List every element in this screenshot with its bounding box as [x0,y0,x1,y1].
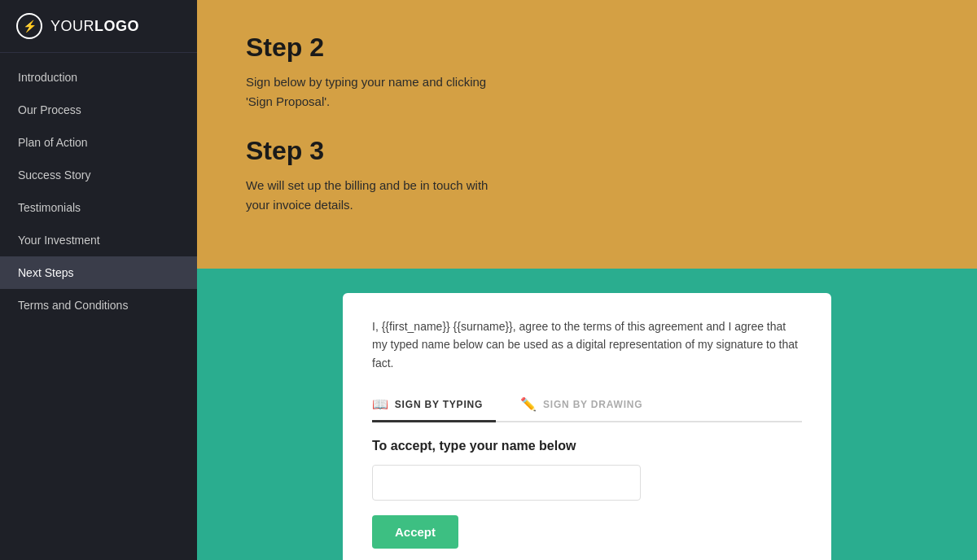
sidebar: ⚡ YOURLOGO IntroductionOur ProcessPlan o… [0,0,197,560]
step2-block: Step 2 Sign below by typing your name an… [246,33,928,112]
step3-block: Step 3 We will set up the billing and be… [246,136,928,215]
lightning-icon: ⚡ [23,20,37,33]
main-content: Step 2 Sign below by typing your name an… [197,0,977,560]
accept-label: To accept, type your name below [372,439,802,453]
sidebar-item-introduction[interactable]: Introduction [0,61,197,94]
logo-logo: LOGO [94,18,139,34]
logo-icon: ⚡ [16,13,42,39]
sidebar-item-next-steps[interactable]: Next Steps [0,256,197,289]
logo-your: YOUR [50,18,94,34]
sidebar-item-our-process[interactable]: Our Process [0,94,197,126]
accept-button[interactable]: Accept [372,515,458,549]
name-input[interactable] [372,465,641,501]
keyboard-icon: 📖 [372,396,389,412]
bottom-section: I, {{first_name}} {{surname}}, agree to … [197,269,977,560]
step2-description: Sign below by typing your name and click… [246,72,506,112]
sidebar-item-testimonials[interactable]: Testimonials [0,191,197,224]
logo-area: ⚡ YOURLOGO [0,0,197,53]
tab-drawing-label: SIGN BY DRAWING [543,399,642,410]
sidebar-item-terms-and-conditions[interactable]: Terms and Conditions [0,289,197,322]
logo-text: YOURLOGO [50,18,139,35]
pen-icon: ✏️ [520,396,537,412]
step3-description: We will set up the billing and be in tou… [246,176,506,215]
step2-heading: Step 2 [246,33,928,63]
step3-heading: Step 3 [246,136,928,166]
top-section: Step 2 Sign below by typing your name an… [197,0,977,269]
signature-tabs: 📖 SIGN BY TYPING ✏️ SIGN BY DRAWING [372,388,802,422]
sidebar-item-success-story[interactable]: Success Story [0,159,197,191]
tab-sign-by-typing[interactable]: 📖 SIGN BY TYPING [372,388,496,422]
agreement-text: I, {{first_name}} {{surname}}, agree to … [372,317,802,372]
tab-sign-by-drawing[interactable]: ✏️ SIGN BY DRAWING [520,388,655,422]
tab-typing-label: SIGN BY TYPING [395,399,483,410]
sidebar-item-your-investment[interactable]: Your Investment [0,224,197,256]
sidebar-item-plan-of-action[interactable]: Plan of Action [0,126,197,159]
signature-card: I, {{first_name}} {{surname}}, agree to … [343,293,831,560]
sidebar-nav: IntroductionOur ProcessPlan of ActionSuc… [0,53,197,322]
